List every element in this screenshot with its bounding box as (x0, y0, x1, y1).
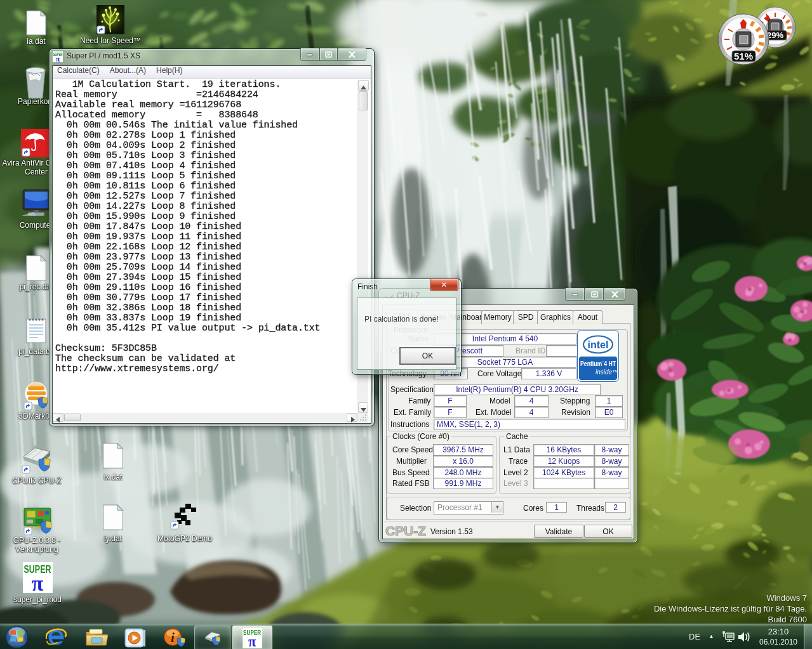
svg-text:intel: intel (588, 339, 609, 350)
svg-text:Pentium´4 HT: Pentium´4 HT (580, 360, 616, 367)
svg-text:π: π (32, 572, 44, 593)
svg-text:π: π (248, 634, 256, 648)
svg-text:i: i (171, 631, 175, 645)
svg-text:inside™: inside™ (596, 369, 618, 376)
svg-text:51%: 51% (734, 51, 753, 62)
svg-text:π: π (56, 55, 60, 62)
svg-text:29%: 29% (767, 30, 783, 40)
